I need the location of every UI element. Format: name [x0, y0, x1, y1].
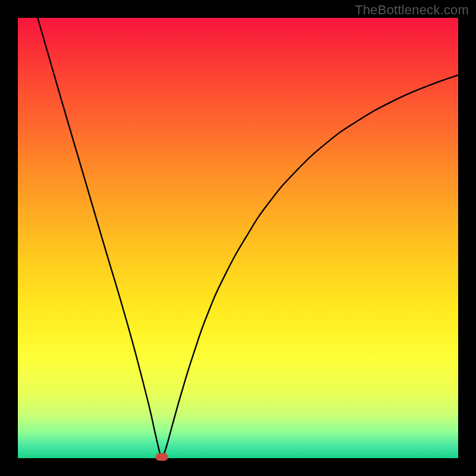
- watermark-text: TheBottleneck.com: [355, 2, 469, 18]
- plot-area: [18, 18, 458, 458]
- minimum-marker: [155, 453, 168, 461]
- curve-svg: [18, 18, 458, 458]
- chart-frame: TheBottleneck.com: [0, 0, 476, 476]
- curve-path: [37, 18, 458, 458]
